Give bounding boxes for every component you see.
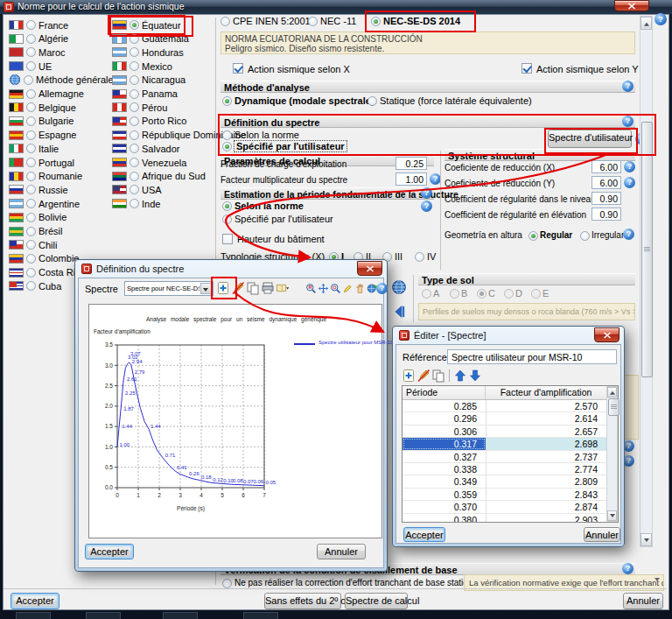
country-radio[interactable] — [26, 240, 36, 250]
country-option-maroc[interactable]: Maroc — [9, 46, 66, 58]
table-row[interactable]: 0.3172.698 — [402, 438, 606, 450]
periode-cell[interactable]: 0.317 — [402, 438, 486, 449]
country-option-france[interactable]: France — [9, 19, 68, 31]
main-scrollbar[interactable] — [640, 16, 653, 547]
hauteur-batiment-checkbox[interactable] — [222, 234, 233, 244]
table-scrollbar[interactable] — [606, 386, 618, 522]
hand-icon[interactable] — [354, 283, 366, 294]
dialog-cancel-button[interactable]: Annuler — [317, 544, 366, 559]
edit-spectrum-icon[interactable] — [231, 281, 245, 295]
help-icon[interactable] — [421, 200, 432, 212]
window-close-button[interactable] — [614, 0, 649, 11]
sol-radio-a[interactable] — [422, 289, 431, 299]
table-row[interactable]: 0.2962.614 — [402, 412, 606, 425]
table-row[interactable]: 0.3592.843 — [402, 489, 606, 501]
radio-nec-se-ds[interactable] — [371, 17, 381, 26]
country-radio[interactable] — [26, 268, 36, 278]
country-option-bulgarie[interactable]: Bulgarie — [9, 116, 74, 127]
facteur-mult-input[interactable]: 1.00 — [396, 172, 427, 186]
reduccion-x-input[interactable]: 6.00 — [592, 160, 621, 173]
country-radio[interactable] — [26, 102, 36, 112]
radio-estimation-utilisateur[interactable] — [222, 215, 232, 224]
country-radio[interactable] — [26, 144, 36, 153]
radio-cpe-inen[interactable] — [220, 17, 230, 26]
country-radio[interactable] — [130, 34, 139, 44]
help-icon[interactable] — [376, 283, 388, 294]
reference-input[interactable]: Spectre utilisateur pour MSR-10 — [447, 349, 617, 364]
country-option-panama[interactable]: Panama — [112, 88, 178, 100]
country-radio[interactable] — [130, 61, 139, 71]
table-row[interactable]: 0.3382.774 — [402, 463, 606, 475]
radio-estimation-norme[interactable] — [222, 201, 232, 211]
country-option-mexico[interactable]: Mexico — [112, 60, 172, 72]
copy-row-icon[interactable] — [431, 369, 445, 383]
regularite-elevation-input[interactable]: 0.90 — [592, 208, 621, 221]
periode-cell[interactable]: 0.296 — [402, 412, 486, 424]
country-radio[interactable] — [130, 158, 139, 167]
country-radio[interactable] — [26, 61, 36, 71]
window-titlebar[interactable]: Norme pour le calcul de l'action sismiqu… — [0, 0, 672, 14]
verification-radio[interactable] — [222, 579, 232, 588]
country-radio[interactable] — [26, 89, 36, 99]
radio-selon-norme[interactable] — [222, 130, 232, 140]
country-option-roumanie[interactable]: Roumanie — [9, 171, 82, 182]
country-option-guatemala[interactable]: Guatemala — [112, 33, 189, 45]
country-radio[interactable] — [26, 199, 36, 208]
radio-nec-11[interactable] — [308, 17, 318, 26]
country-option-inde[interactable]: Inde — [112, 198, 160, 209]
regularite-niveau-input[interactable]: 0.90 — [592, 192, 621, 205]
country-option-chili[interactable]: Chili — [9, 239, 57, 250]
spectre-utilisateur-button[interactable]: Spectre d'utilisateur — [548, 130, 632, 148]
dialog-accept-button[interactable]: Accepter — [85, 544, 134, 559]
copy-spectrum-icon[interactable] — [246, 281, 260, 295]
sol-radio-c[interactable] — [477, 289, 486, 299]
table-row[interactable]: 0.2852.570 — [402, 400, 606, 412]
country-option-russie[interactable]: Russie — [9, 184, 68, 195]
spectre-calcul-button[interactable]: Spectre de calcul — [345, 593, 408, 609]
action-y-checkbox[interactable] — [522, 63, 532, 74]
scroll-down-button[interactable] — [640, 533, 652, 546]
radio-dynamique[interactable] — [222, 96, 232, 106]
table-scroll-thumb[interactable] — [608, 398, 620, 416]
country-option-usa[interactable]: USA — [112, 184, 162, 195]
country-option-italie[interactable]: Italie — [9, 143, 59, 154]
country-option-allemagne[interactable]: Allemagne — [9, 88, 84, 100]
country-radio[interactable] — [130, 172, 139, 181]
country-radio[interactable] — [26, 47, 36, 57]
country-radio[interactable] — [26, 281, 36, 291]
help-icon[interactable] — [654, 13, 667, 25]
facteur-cell[interactable]: 2.874 — [486, 501, 606, 512]
country-radio[interactable] — [130, 75, 139, 85]
country-radio[interactable] — [130, 47, 139, 57]
country-radio[interactable] — [130, 89, 139, 99]
scroll-up-button[interactable] — [640, 17, 652, 30]
periode-cell[interactable]: 0.338 — [402, 463, 486, 475]
table-row[interactable]: 0.3802.903 — [402, 514, 606, 522]
table-scroll-down[interactable] — [607, 510, 617, 521]
periode-cell[interactable]: 0.380 — [402, 514, 486, 522]
facteur-cell[interactable]: 2.570 — [486, 400, 606, 411]
back-arrow-icon[interactable] — [391, 304, 407, 320]
sol-radio-d[interactable] — [504, 289, 514, 299]
country-option-m-thode-g-n-rale[interactable]: Méthode générale — [9, 74, 114, 86]
facteur-cell[interactable]: 2.774 — [486, 463, 606, 475]
country-option--quateur[interactable]: Équateur — [112, 19, 181, 31]
help-icon[interactable] — [624, 161, 635, 172]
edit-row-icon[interactable] — [416, 369, 430, 383]
periode-cell[interactable]: 0.306 — [402, 426, 486, 437]
spectre-combo[interactable]: Spectre pour NEC-SE-DS 2014 — [124, 281, 214, 296]
country-radio[interactable] — [130, 199, 139, 208]
periode-cell[interactable]: 0.349 — [402, 475, 486, 487]
country-option-colombie[interactable]: Colombie — [9, 253, 79, 264]
country-option-cuba[interactable]: Cuba — [9, 280, 61, 292]
sol-radio-b[interactable] — [450, 289, 459, 299]
country-radio[interactable] — [26, 213, 36, 222]
country-option-venezuela[interactable]: Venezuela — [112, 157, 186, 168]
help-icon[interactable] — [622, 116, 634, 127]
help-icon[interactable] — [624, 177, 635, 188]
country-option-nicaragua[interactable]: Nicaragua — [112, 74, 186, 86]
library-icon[interactable] — [276, 281, 290, 295]
country-option-afrique-du-sud[interactable]: Afrique du Sud — [112, 171, 206, 182]
scrollbar-thumb[interactable] — [641, 122, 653, 377]
zoom-real-icon[interactable]: R — [305, 283, 317, 294]
